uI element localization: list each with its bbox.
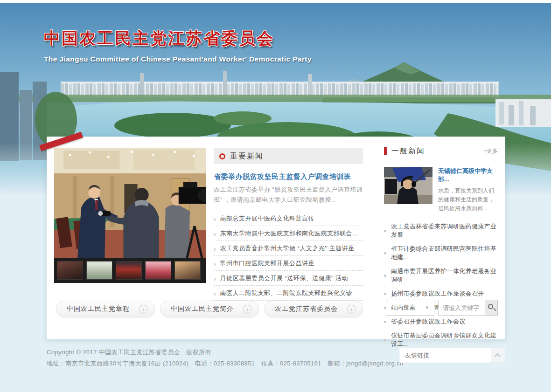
chevron-up-icon [495, 353, 501, 359]
chevron-right-icon: › [214, 260, 216, 267]
general-news-title: 一般新闻 [391, 146, 425, 156]
important-news-title: 重要新闻 [230, 151, 264, 161]
bullet-dot-icon [384, 252, 386, 254]
side-item-label: 南通市委开展医养护一体化养老服务业调研 [391, 267, 498, 284]
featured-news-summary: 水质，直接关系到人们的健康和生活的质量，居民饮用水质如何... [438, 186, 498, 213]
thumbnail-strip [54, 258, 206, 283]
side-list-item[interactable]: 农工党吉林省委来苏调研医药健康产业发展 [384, 220, 498, 242]
footer-address: 地址：南京市北京西路30号宁海大厦16层 (210024) 电话：025-833… [47, 359, 404, 368]
chevron-right-icon: › [214, 215, 216, 222]
main-content-card: 重要新闻 省委举办脱贫攻坚民主监督入户调查培训班 农工党江苏省委举办 “脱贫攻坚… [47, 137, 505, 339]
news-item-label: 南医大二附院支部、二附院东院支部赴兴化义诊 [220, 289, 353, 297]
side-list-item[interactable]: 省卫计委综合支部调研民营医院住培基地建... [384, 242, 498, 264]
bullet-dot-icon [384, 321, 386, 323]
photo-thumbnail-1[interactable] [57, 261, 83, 280]
news-item-label: 农工党员曹音赴常州大学做 “人文之光” 主题讲座 [220, 244, 355, 253]
side-list-item[interactable]: 扬州市委参政议政工作座谈会召开 [384, 287, 498, 301]
red-ring-icon [219, 153, 225, 159]
search-button[interactable] [485, 300, 498, 316]
news-item-label: 东南大学附属中大医院支部和南化医院支部联合... [220, 229, 358, 238]
chevron-circle-icon: › [347, 305, 356, 314]
search-category-label: 站内搜索 [391, 303, 415, 312]
chevron-down-icon: ▼ [425, 305, 429, 310]
quick-link-committee-button[interactable]: 农工党江苏省委员会 › [264, 301, 363, 317]
bullet-dot-icon [384, 293, 386, 295]
side-list-item[interactable]: 南通市委开展医养护一体化养老服务业调研 [384, 264, 498, 287]
news-item-label: 高邮总支开展中医药文化科普宣传 [220, 214, 315, 223]
featured-photo-interview[interactable] [54, 148, 206, 258]
news-item-label: 常州市口腔医院支部开展公益讲座 [220, 259, 315, 268]
featured-general-news: 无锡辅仁高级中学支部... 水质，直接关系到人们的健康和生活的质量，居民饮用水质… [384, 167, 498, 213]
important-news-list: ›高邮总支开展中医药文化科普宣传 ›东南大学附属中大医院支部和南化医院支部联合.… [214, 211, 363, 301]
bullet-dot-icon [384, 275, 386, 277]
chevron-right-icon: › [214, 275, 216, 282]
news-list-item[interactable]: ›南医大二附院支部、二附院东院支部赴兴化义诊 [214, 286, 363, 301]
photo-thumbnail-5[interactable] [174, 261, 201, 280]
news-list-item[interactable]: ›农工党员曹音赴常州大学做 “人文之光” 主题讲座 [214, 241, 363, 256]
interview-photo-illustration [54, 148, 206, 258]
chevron-right-icon: › [214, 245, 216, 252]
page: 中国农工民主党江苏省委员会 The Jiangsu Committee of C… [0, 0, 551, 392]
photo-thumbnail-2[interactable] [86, 261, 112, 280]
side-list-item[interactable]: 省委召开参政议政工作会议 [384, 315, 498, 329]
radio-studio-illustration [384, 167, 432, 204]
important-news-header: 重要新闻 [214, 148, 363, 164]
chevron-circle-icon: › [139, 305, 148, 314]
side-item-label: 农工党吉林省委来苏调研医药健康产业发展 [391, 222, 498, 239]
side-item-label: 省委召开参政议政工作会议 [391, 317, 466, 326]
featured-news-thumbnail[interactable] [384, 167, 432, 204]
featured-news-text: 无锡辅仁高级中学支部... 水质，直接关系到人们的健康和生活的质量，居民饮用水质… [438, 167, 498, 213]
chevron-right-icon: › [214, 290, 216, 297]
button-label: 中国农工民主党章程 [67, 305, 130, 313]
links-arrow-segment [491, 348, 505, 363]
bullet-dot-icon [384, 339, 386, 341]
more-link[interactable]: +更多 [483, 147, 498, 155]
button-label: 中国农工民主党简介 [171, 305, 234, 313]
photo-carousel [54, 148, 206, 283]
general-news-section: 一般新闻 +更多 [384, 145, 498, 351]
quick-link-charter-button[interactable]: 中国农工民主党章程 › [56, 301, 155, 317]
site-title: 中国农工民主党江苏省委员会 [44, 28, 312, 49]
chevron-right-icon: › [214, 230, 216, 237]
friendly-links-label: 友情链接 [399, 351, 429, 360]
featured-news-title-link[interactable]: 无锡辅仁高级中学支部... [438, 167, 498, 184]
search-category-select[interactable]: 站内搜索 ▼ [386, 300, 434, 316]
important-news-section: 重要新闻 省委举办脱贫攻坚民主监督入户调查培训班 农工党江苏省委举办 “脱贫攻坚… [214, 148, 363, 301]
friendly-links-select[interactable]: 友情链接 [399, 348, 505, 363]
site-subtitle: The Jiangsu Committee of Chinese Peasant… [44, 55, 312, 63]
side-item-label: 仪征市基层委员会调研乡镇群众文化建设工... [391, 331, 498, 348]
photo-thumbnail-4[interactable] [145, 261, 171, 280]
news-list-item[interactable]: ›丹徒区基层委员会开展 “送环保、送健康” 活动 [214, 271, 363, 286]
news-item-label: 丹徒区基层委员会开展 “送环保、送健康” 活动 [220, 274, 348, 282]
general-news-list: 农工党吉林省委来苏调研医药健康产业发展 省卫计委综合支部调研民营医院住培基地建.… [384, 220, 498, 351]
important-news-headline-link[interactable]: 省委举办脱贫攻坚民主监督入户调查培训班 [214, 172, 363, 181]
news-list-item[interactable]: ›常州市口腔医院支部开展公益讲座 [214, 256, 363, 271]
general-news-header: 一般新闻 +更多 [384, 145, 498, 157]
photo-thumbnail-3[interactable] [116, 261, 142, 280]
quick-link-intro-button[interactable]: 中国农工民主党简介 › [160, 301, 259, 317]
button-label: 农工党江苏省委员会 [275, 305, 338, 313]
side-item-label: 扬州市委参政议政工作座谈会召开 [391, 289, 484, 298]
divider [384, 161, 498, 161]
news-list-item[interactable]: ›高邮总支开展中医药文化科普宣传 [214, 211, 363, 226]
news-list-item[interactable]: ›东南大学附属中大医院支部和南化医院支部联合... [214, 226, 363, 241]
bullet-dot-icon [384, 230, 386, 232]
red-bar-icon [384, 147, 387, 155]
side-item-label: 省卫计委综合支部调研民营医院住培基地建... [391, 245, 498, 261]
site-title-block: 中国农工民主党江苏省委员会 The Jiangsu Committee of C… [44, 28, 312, 63]
magnifier-icon [488, 304, 493, 309]
search-input[interactable] [438, 300, 485, 316]
important-news-summary: 农工党江苏省委举办 “脱贫攻坚民主监督入户调查培训班” ，邀请南京邮电大学人口研… [214, 185, 363, 205]
chevron-circle-icon: › [243, 305, 252, 314]
footer-copyright: Copyright © 2017 中国农工民主党江苏省委员会 版权所有 [47, 348, 211, 357]
